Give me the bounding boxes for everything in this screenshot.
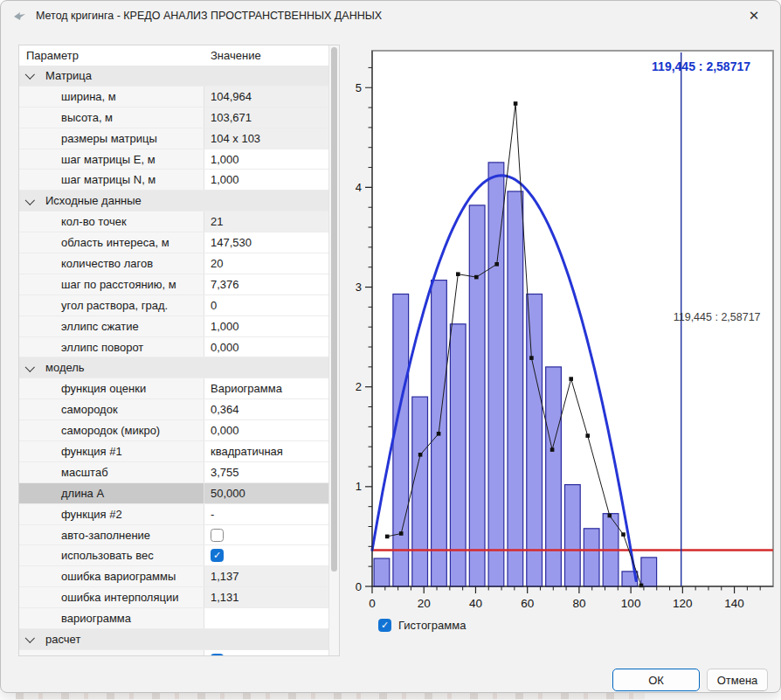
group-row[interactable]: расчет: [19, 629, 328, 650]
param-row[interactable]: масштаб3,755: [19, 462, 328, 483]
param-label: шаг матрицы E, м: [19, 149, 204, 170]
y-tick-label: 2: [356, 380, 362, 393]
histogram-bar: [584, 529, 599, 586]
param-row[interactable]: вариограмма: [19, 608, 328, 629]
x-tick-label: 40: [469, 597, 482, 610]
param-value[interactable]: Вариограмма: [204, 378, 328, 399]
param-value[interactable]: -: [204, 504, 328, 524]
param-row[interactable]: длина A50,000: [19, 483, 328, 504]
param-value[interactable]: 20: [204, 253, 328, 274]
x-tick-label: 60: [521, 597, 534, 610]
ok-button[interactable]: ОК: [612, 669, 700, 691]
chevron-down-icon[interactable]: [25, 634, 35, 643]
param-label: функция оценки: [19, 378, 204, 399]
data-point-marker: [494, 262, 499, 267]
param-row[interactable]: все точки✓: [19, 650, 328, 655]
checkbox-checked-icon[interactable]: ✓: [211, 654, 224, 655]
param-row[interactable]: шаг по расстоянию, м7,376: [19, 274, 328, 295]
param-row[interactable]: самородок (микро)0,000: [19, 420, 328, 441]
histogram-bar: [641, 558, 657, 586]
param-row[interactable]: область интереса, м147,530: [19, 232, 328, 253]
data-point-marker: [514, 101, 518, 106]
param-row[interactable]: использовать вес✓: [19, 545, 328, 566]
group-row[interactable]: модель: [19, 357, 328, 378]
param-value: 104 x 103: [204, 128, 328, 149]
param-row[interactable]: размеры матрицы104 x 103: [19, 128, 328, 149]
param-label: кол-во точек: [19, 211, 204, 232]
titlebar: Метод кригинга - КРЕДО АНАЛИЗ ПРОСТРАНСТ…: [1, 1, 780, 31]
group-label: расчет: [45, 633, 80, 646]
param-row[interactable]: шаг матрицы N, м1,000: [19, 170, 328, 191]
param-label: область интереса, м: [19, 232, 204, 253]
param-label: эллипс поворот: [19, 337, 204, 357]
param-value[interactable]: [204, 525, 328, 545]
table-header: Параметр Значение: [19, 45, 339, 66]
param-value[interactable]: ✓: [204, 545, 328, 565]
cancel-button[interactable]: Отмена: [707, 669, 768, 691]
scrollbar-thumb[interactable]: [331, 47, 337, 572]
param-value[interactable]: 3,755: [204, 462, 328, 482]
variogram-chart[interactable]: 012345020406080100120140119,445 : 2,5871…: [349, 45, 777, 614]
checkbox-checked-icon[interactable]: ✓: [211, 549, 224, 562]
param-label: угол раствора, град.: [19, 295, 204, 315]
background-app-sliver: [16, 692, 645, 699]
data-point-marker: [385, 535, 390, 539]
window-title: Метод кригинга - КРЕДО АНАЛИЗ ПРОСТРАНСТ…: [36, 10, 382, 22]
param-label: длина A: [19, 483, 204, 503]
chevron-down-icon[interactable]: [25, 195, 35, 204]
param-label: вариограмма: [19, 608, 204, 628]
param-row[interactable]: функция #2-: [19, 504, 328, 525]
param-row[interactable]: количество лагов20: [19, 253, 328, 274]
param-value[interactable]: 0,000: [204, 337, 328, 357]
param-label: ширина, м: [19, 87, 204, 107]
data-point-marker: [418, 453, 423, 457]
histogram-bar: [508, 191, 523, 586]
param-value[interactable]: 0,364: [204, 399, 328, 419]
param-value[interactable]: [204, 608, 328, 628]
param-value[interactable]: ✓: [204, 650, 328, 655]
group-row[interactable]: Исходные данные: [19, 191, 328, 211]
param-value[interactable]: 0: [204, 295, 328, 315]
histogram-bar: [412, 397, 428, 586]
param-value: 104,964: [204, 87, 328, 107]
close-button[interactable]: ✕: [738, 3, 770, 29]
chevron-down-icon[interactable]: [25, 70, 35, 80]
data-point-marker: [608, 514, 612, 518]
column-header-parameter: Параметр: [19, 49, 204, 62]
param-value[interactable]: 1,000: [204, 149, 328, 170]
screen: Метод кригинга - КРЕДО АНАЛИЗ ПРОСТРАНСТ…: [0, 0, 781, 700]
param-row[interactable]: шаг матрицы E, м1,000: [19, 149, 328, 170]
histogram-toggle[interactable]: ✓ Гистограмма: [378, 619, 466, 632]
param-value: 1,137: [204, 566, 328, 586]
checkbox-unchecked-icon[interactable]: [211, 529, 224, 542]
chevron-down-icon[interactable]: [25, 363, 35, 372]
param-value[interactable]: 7,376: [204, 274, 328, 295]
param-label: шаг матрицы N, м: [19, 170, 204, 190]
param-row[interactable]: эллипс поворот0,000: [19, 337, 328, 358]
checkbox-checked-icon[interactable]: ✓: [378, 619, 391, 632]
table-scrollbar[interactable]: [328, 45, 339, 655]
param-row[interactable]: авто-заполнение: [19, 525, 328, 546]
group-row[interactable]: Матрица: [19, 66, 328, 87]
data-point-marker: [529, 356, 534, 360]
param-label: функция #2: [19, 504, 204, 524]
histogram-bar: [565, 485, 581, 586]
param-row[interactable]: угол раствора, град.0: [19, 295, 328, 316]
histogram-bar: [393, 295, 409, 587]
param-row[interactable]: функция оценкиВариограмма: [19, 378, 328, 399]
param-row[interactable]: эллипс сжатие1,000: [19, 316, 328, 337]
param-value[interactable]: 147,530: [204, 232, 328, 253]
param-row[interactable]: кол-во точек21: [19, 211, 328, 232]
param-row[interactable]: высота, м103,671: [19, 107, 328, 128]
param-value[interactable]: 1,000: [204, 170, 328, 190]
param-row[interactable]: ошибка интерполяции1,131: [19, 587, 328, 608]
param-label: шаг по расстоянию, м: [19, 274, 204, 295]
param-row[interactable]: самородок0,364: [19, 399, 328, 420]
param-value[interactable]: квадратичная: [204, 441, 328, 461]
param-row[interactable]: ошибка вариограммы1,137: [19, 566, 328, 587]
param-row[interactable]: ширина, м104,964: [19, 87, 328, 107]
param-row[interactable]: функция #1квадратичная: [19, 441, 328, 462]
param-value[interactable]: 1,000: [204, 316, 328, 336]
param-value[interactable]: 0,000: [204, 420, 328, 440]
param-label: ошибка интерполяции: [19, 587, 204, 607]
